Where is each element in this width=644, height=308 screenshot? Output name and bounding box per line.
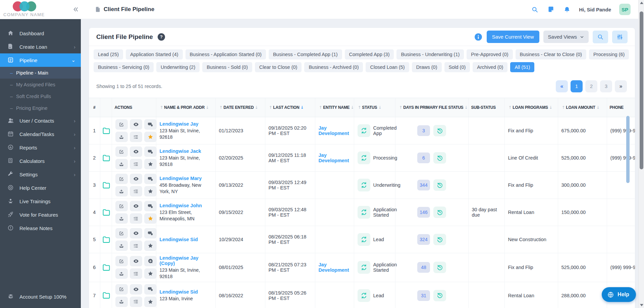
status-change-icon[interactable] (358, 233, 370, 246)
sort-down-icon[interactable]: ↓ (463, 105, 469, 110)
status-tab-archived[interactable]: Archived (0) (473, 62, 507, 72)
chat-button[interactable] (144, 119, 157, 130)
sidebar-item-live-trainings[interactable]: Live Trainings (0, 194, 81, 208)
sort-up-icon[interactable]: ↑ (398, 105, 404, 110)
pagination-first-button[interactable]: « (556, 80, 568, 92)
edit-button[interactable] (115, 228, 128, 238)
view-button[interactable] (130, 284, 142, 295)
status-tab-lead[interactable]: Lead (25) (94, 49, 123, 59)
checklist-button[interactable] (130, 240, 142, 251)
checklist-button[interactable] (130, 213, 142, 224)
sidebar-item-pipeline[interactable]: Pipeline⌄ (0, 53, 81, 67)
status-change-icon[interactable] (358, 179, 370, 191)
upload-button[interactable] (115, 297, 128, 307)
view-button[interactable] (130, 174, 142, 184)
upload-button[interactable] (115, 132, 128, 142)
chat-button[interactable] (144, 174, 157, 184)
sort-up-icon[interactable]: ↑ (268, 105, 273, 110)
chat-button[interactable] (144, 228, 157, 238)
entity-name-link[interactable]: Jay Development (315, 253, 354, 282)
status-tab-business-archived[interactable]: Business - Archived (0) (304, 62, 363, 72)
sort-up-icon[interactable]: ↑ (318, 105, 323, 110)
client-name-link[interactable]: Lendingwise Jack (160, 148, 212, 154)
pagination-page-2[interactable]: 2 (585, 80, 597, 92)
info-icon[interactable] (474, 33, 483, 41)
view-button[interactable] (130, 146, 142, 157)
help-button[interactable]: Help (602, 287, 636, 302)
sort-up-icon[interactable]: ↑ (507, 105, 513, 110)
status-tab-business-clear-to-close[interactable]: Business - Clear to Close (0) (516, 49, 586, 59)
edit-button[interactable] (115, 284, 128, 295)
sidebar-item-settings[interactable]: Settings› (0, 168, 81, 181)
notes-icon[interactable] (547, 5, 555, 13)
client-name-link[interactable]: Lendingwise Sid (160, 237, 212, 242)
filter-columns-button[interactable] (612, 31, 628, 43)
status-change-icon[interactable] (358, 151, 370, 164)
client-name-link[interactable]: Lendingwise John (160, 203, 212, 208)
status-tab-business-underwriting[interactable]: Business - Underwriting (1) (396, 49, 464, 59)
upload-button[interactable] (115, 213, 128, 224)
bell-icon[interactable] (563, 5, 571, 13)
view-button[interactable] (130, 119, 142, 130)
sidebar-item-create-loan[interactable]: Create Loan› (0, 40, 81, 53)
open-file-folder-button[interactable] (100, 226, 112, 253)
scroll-down-arrow[interactable] (640, 304, 643, 306)
sidebar-item-vote-for-features[interactable]: Vote for Features (0, 208, 81, 221)
sort-up-icon[interactable]: ↑ (357, 105, 362, 110)
sort-up-icon[interactable]: ↑ (159, 105, 164, 110)
page-scrollbar-thumb[interactable] (640, 11, 643, 169)
status-change-icon[interactable] (358, 261, 370, 274)
sidebar-item-user-contacts[interactable]: User / Contacts› (0, 114, 81, 127)
chat-button[interactable] (144, 201, 157, 211)
status-tab-underwriting[interactable]: Underwriting (2) (156, 62, 200, 72)
edit-button[interactable] (115, 256, 128, 266)
client-name-link[interactable]: Lendingwise Sid (160, 289, 212, 295)
open-file-folder-button[interactable] (100, 117, 112, 144)
upload-button[interactable] (115, 240, 128, 251)
pagination-page-1[interactable]: 1 (571, 80, 583, 92)
table-search-button[interactable] (593, 31, 608, 43)
sidebar-item-help-center[interactable]: Help Center (0, 181, 81, 194)
status-tab-business-completed-app[interactable]: Business - Completed App (1) (269, 49, 342, 59)
status-tab-completed-app[interactable]: Completed App (3) (345, 49, 394, 59)
status-tab-business-application-started[interactable]: Business - Application Started (0) (185, 49, 266, 59)
sort-down-icon[interactable]: ↓ (350, 105, 355, 110)
checklist-button[interactable] (130, 186, 142, 196)
column-header-status[interactable]: ↑STATUS↓ (354, 98, 395, 117)
status-tab-closed-loan[interactable]: Closed Loan (5) (366, 62, 409, 72)
sort-down-icon[interactable]: ↓ (254, 105, 259, 110)
column-header-name-prop-addr[interactable]: ↑NAME & PROP. ADDR↓ (156, 98, 215, 117)
status-change-icon[interactable] (358, 124, 370, 137)
status-history-button[interactable] (433, 207, 446, 218)
status-tab-pre-approved[interactable]: Pre-Approved (0) (467, 49, 513, 59)
status-history-button[interactable] (433, 290, 446, 301)
star-button[interactable] (144, 268, 157, 279)
upload-button[interactable] (115, 268, 128, 279)
star-button[interactable] (144, 240, 157, 251)
save-current-view-button[interactable]: Save Current View (487, 31, 539, 43)
table-scrollbar-thumb[interactable] (626, 116, 630, 183)
sidebar-item-dashboard[interactable]: Dashboard (0, 27, 81, 40)
edit-button[interactable] (115, 146, 128, 157)
search-icon[interactable] (531, 5, 539, 13)
help-badge[interactable]: ? (158, 33, 165, 41)
checklist-button[interactable] (130, 297, 142, 307)
view-button[interactable] (130, 201, 142, 211)
column-header-days-in-primary-file-status[interactable]: ↑DAYS IN PRIMARY FILE STATUS↓ (395, 98, 468, 117)
status-tab-all[interactable]: All (51) (510, 62, 534, 72)
status-tab-business-servicing[interactable]: Business - Servicing (0) (94, 62, 154, 72)
sidebar-item-calendar-tasks[interactable]: Calendar/Tasks› (0, 127, 81, 141)
status-tab-application-started[interactable]: Application Started (4) (126, 49, 182, 59)
status-tab-draws[interactable]: Draws (0) (412, 62, 442, 72)
sort-down-icon[interactable]: ↓ (377, 105, 382, 110)
saved-views-button[interactable]: Saved Views (543, 31, 589, 43)
entity-name-link[interactable]: Jay Development (315, 144, 354, 172)
edit-button[interactable] (115, 174, 128, 184)
status-history-button[interactable] (433, 234, 446, 245)
sort-down-icon[interactable]: ↓ (299, 105, 305, 110)
open-file-folder-button[interactable] (100, 253, 112, 282)
open-file-folder-button[interactable] (100, 144, 112, 172)
sort-down-icon[interactable]: ↓ (548, 105, 553, 110)
upload-button[interactable] (115, 186, 128, 196)
sort-down-icon[interactable]: ↓ (595, 105, 601, 110)
